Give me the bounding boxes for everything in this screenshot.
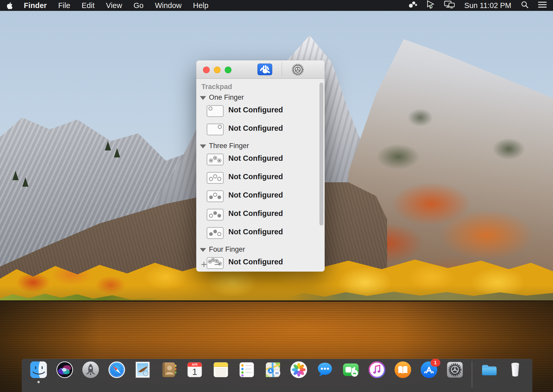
messages-icon bbox=[316, 375, 334, 380]
window-title-bar[interactable] bbox=[196, 60, 325, 79]
contacts-icon bbox=[160, 375, 178, 380]
apple-icon[interactable] bbox=[6, 2, 12, 9]
svg-text:APR: APR bbox=[192, 363, 198, 366]
gesture-list-pane: Trackpad One FingerNot ConfiguredNot Con… bbox=[196, 79, 325, 272]
pine-tree bbox=[105, 141, 111, 150]
three-finger-tiptap-middle-icon bbox=[207, 190, 228, 203]
dock-item-reminders[interactable] bbox=[238, 361, 256, 379]
dock-item-photos[interactable] bbox=[290, 361, 308, 379]
dock-separator bbox=[472, 361, 472, 388]
gesture-action-label: Not Configured bbox=[228, 209, 283, 218]
pointer-icon[interactable] bbox=[426, 0, 435, 11]
gesture-sections: One FingerNot ConfiguredNot ConfiguredTh… bbox=[196, 93, 325, 270]
dock-item-trash[interactable] bbox=[506, 361, 524, 379]
dock-item-appstore[interactable]: 1 bbox=[420, 361, 438, 379]
trackpad-hand-icon bbox=[257, 72, 272, 76]
dock-item-downloads[interactable] bbox=[480, 361, 498, 379]
disclosure-triangle-icon[interactable] bbox=[200, 144, 206, 148]
dock-item-finder[interactable] bbox=[30, 361, 48, 379]
gesture-row-tap-top-right-corner[interactable]: Not Configured bbox=[207, 124, 325, 136]
trash-icon bbox=[506, 375, 524, 380]
gesture-row-tap-top-left-corner[interactable]: Not Configured bbox=[207, 105, 325, 118]
dock-item-launchpad[interactable] bbox=[82, 361, 100, 379]
dock-item-calendar[interactable]: APR1 bbox=[186, 361, 204, 379]
siri-icon bbox=[56, 375, 74, 380]
dock-item-notes[interactable] bbox=[212, 361, 230, 379]
minimize-button[interactable] bbox=[214, 67, 221, 73]
gesture-action-label: Not Configured bbox=[228, 172, 283, 181]
three-finger-tiptap-left-icon bbox=[207, 209, 228, 222]
gesture-action-label: Not Configured bbox=[228, 154, 283, 163]
dock-item-mail[interactable] bbox=[134, 361, 152, 379]
scrollbar-thumb[interactable] bbox=[319, 83, 323, 226]
menu-item-file[interactable]: File bbox=[58, 1, 70, 10]
section-label: One Finger bbox=[209, 93, 244, 101]
tap-top-right-corner-icon bbox=[207, 124, 228, 136]
notes-icon bbox=[212, 375, 230, 380]
remove-gesture-button[interactable]: − bbox=[214, 259, 220, 270]
calendar-icon: APR1 bbox=[186, 375, 204, 380]
dock-item-safari[interactable] bbox=[108, 361, 126, 379]
appstore-icon bbox=[420, 375, 438, 380]
three-finger-tap-icon bbox=[207, 154, 228, 166]
gesture-row-four-finger-tap[interactable]: Not Configured bbox=[207, 257, 325, 270]
menu-bar-clock[interactable]: Sun 11:02 PM bbox=[464, 1, 511, 10]
dock-item-facetime[interactable] bbox=[342, 361, 360, 379]
dock-item-maps[interactable]: 3D bbox=[264, 361, 282, 379]
menu-item-window[interactable]: Window bbox=[155, 1, 181, 10]
menu-item-go[interactable]: Go bbox=[134, 1, 144, 10]
finder-icon bbox=[30, 375, 48, 380]
gesture-row-three-finger-tiptap-left[interactable]: Not Configured bbox=[207, 209, 325, 222]
close-button[interactable] bbox=[203, 67, 210, 73]
tap-top-left-corner-icon bbox=[207, 105, 228, 118]
svg-text:3D: 3D bbox=[275, 372, 279, 375]
settings-tab[interactable] bbox=[291, 63, 304, 77]
dock-item-books[interactable] bbox=[394, 361, 412, 379]
gesture-config-window: Trackpad One FingerNot ConfiguredNot Con… bbox=[196, 60, 325, 272]
pine-tree bbox=[12, 171, 19, 180]
running-indicator bbox=[38, 381, 40, 383]
gesture-action-label: Not Configured bbox=[228, 106, 283, 114]
disclosure-triangle-icon[interactable] bbox=[200, 248, 206, 252]
pane-title: Trackpad bbox=[201, 83, 325, 91]
three-finger-tiptap-right-icon bbox=[207, 227, 228, 240]
pine-tree bbox=[114, 148, 120, 157]
mail-icon bbox=[134, 375, 152, 380]
menu-bar-status-area: Sun 11:02 PM bbox=[408, 0, 547, 11]
add-gesture-button[interactable]: + bbox=[201, 259, 207, 270]
books-icon bbox=[394, 375, 412, 380]
gesture-row-three-finger-tiptap-middle[interactable]: Not Configured bbox=[207, 190, 325, 203]
section-header-one-finger: One Finger bbox=[200, 93, 325, 101]
launchpad-icon bbox=[82, 375, 100, 380]
dock-item-messages[interactable] bbox=[316, 361, 334, 379]
spotlight-icon[interactable] bbox=[521, 1, 529, 10]
gesture-row-three-finger-tiptap-right[interactable]: Not Configured bbox=[207, 227, 325, 240]
gesture-row-three-finger-touch[interactable]: Not Configured bbox=[207, 172, 325, 185]
maps-icon: 3D bbox=[264, 375, 282, 380]
section-label: Four Finger bbox=[209, 245, 245, 253]
menu-item-finder[interactable]: Finder bbox=[24, 1, 47, 10]
notification-center-icon[interactable] bbox=[538, 1, 547, 10]
dock-item-siri[interactable] bbox=[56, 361, 74, 379]
screen-mirroring-icon[interactable] bbox=[444, 1, 455, 11]
menu-item-edit[interactable]: Edit bbox=[82, 1, 94, 10]
dock-item-sysprefs[interactable] bbox=[446, 361, 464, 379]
app-dots-icon[interactable] bbox=[408, 1, 417, 10]
sysprefs-icon bbox=[446, 375, 464, 380]
menu-bar-left: FinderFileEditViewGoWindowHelp bbox=[6, 1, 208, 10]
menu-item-help[interactable]: Help bbox=[193, 1, 209, 10]
gesture-action-label: Not Configured bbox=[228, 258, 283, 266]
gesture-row-three-finger-tap[interactable]: Not Configured bbox=[207, 154, 325, 166]
gesture-action-label: Not Configured bbox=[228, 191, 283, 199]
section-header-four-finger: Four Finger bbox=[200, 245, 325, 253]
menu-item-view[interactable]: View bbox=[106, 1, 122, 10]
reminders-icon bbox=[238, 375, 256, 380]
photos-icon bbox=[290, 375, 308, 380]
disclosure-triangle-icon[interactable] bbox=[200, 96, 206, 100]
dock-item-itunes[interactable] bbox=[368, 361, 386, 379]
trackpad-tab[interactable] bbox=[257, 63, 272, 76]
facetime-icon bbox=[342, 375, 360, 380]
section-label: Three Finger bbox=[209, 142, 249, 150]
dock-item-contacts[interactable] bbox=[160, 361, 178, 379]
zoom-button[interactable] bbox=[225, 67, 231, 73]
